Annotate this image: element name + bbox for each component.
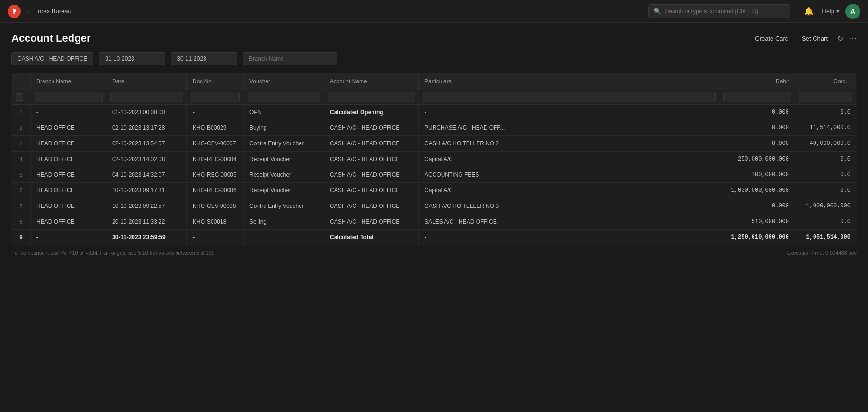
cell-date: 04-10-2023 14:32:07 — [106, 167, 187, 183]
cell-date: 10-10-2023 09:22:57 — [106, 198, 187, 214]
cell-date: 20-10-2023 11:33:22 — [106, 214, 187, 230]
col-header-voucher[interactable]: Voucher — [244, 73, 324, 90]
cell-debit: 0.000 — [719, 198, 795, 214]
cell-date: 01-10-2023 00:00:00 — [106, 105, 187, 120]
cell-doc: KHO-REC-00006 — [187, 183, 244, 198]
cell-date: 30-11-2023 23:59:59 — [106, 230, 187, 245]
row-number: 4 — [12, 152, 31, 167]
cell-branch: - — [31, 230, 106, 245]
cell-account: CASH A/C - HEAD OFFICE — [324, 167, 419, 183]
col-header-credit[interactable]: Cred... — [795, 73, 857, 90]
execution-time: Execution Time: 0.004488 sec — [787, 250, 857, 256]
cell-date: 02-10-2023 13:54:57 — [106, 136, 187, 152]
table-footer: For comparison, use >5, <10 or =324. For… — [0, 245, 868, 260]
set-chart-button[interactable]: Set Chart — [798, 33, 832, 44]
select-all-checkbox[interactable] — [16, 93, 23, 101]
col-header-date[interactable]: Date — [106, 73, 187, 90]
cell-voucher: Contra Entry Voucher — [244, 136, 324, 152]
cell-doc: KHO-S00018 — [187, 214, 244, 230]
app-logo[interactable] — [8, 5, 21, 18]
notifications-bell[interactable]: 🔔 — [802, 4, 816, 18]
filter-hint: For comparison, use >5, <10 or =324. For… — [11, 250, 215, 256]
cell-particulars: - — [419, 105, 719, 120]
col-header-branch[interactable]: Branch Name — [31, 73, 106, 90]
filter-branch-col[interactable] — [35, 92, 103, 102]
col-header-account[interactable]: Account Name — [324, 73, 419, 90]
table-row: 5HEAD OFFICE04-10-2023 14:32:07KHO-REC-0… — [12, 167, 857, 183]
help-label: Help — [822, 8, 834, 15]
create-card-button[interactable]: Create Card — [751, 33, 792, 44]
filter-doc-col[interactable] — [191, 92, 240, 102]
col-header-doc[interactable]: Doc No — [187, 73, 244, 90]
cell-account: Calculated Opening — [324, 105, 419, 120]
refresh-button[interactable]: ↻ — [837, 34, 843, 43]
cell-doc: - — [187, 105, 244, 120]
row-number: 8 — [12, 214, 31, 230]
cell-particulars: Capital A/C — [419, 152, 719, 167]
cell-account: CASH A/C - HEAD OFFICE — [324, 136, 419, 152]
filter-credit-col[interactable] — [799, 92, 853, 102]
cell-credit: 1,051,514,000 — [795, 230, 857, 245]
branch-filter-input[interactable] — [243, 52, 337, 65]
search-icon: 🔍 — [654, 8, 661, 15]
table-row: 9-30-11-2023 23:59:59-Calculated Total-1… — [12, 230, 857, 245]
table-row: 6HEAD OFFICE10-10-2023 09:17:31KHO-REC-0… — [12, 183, 857, 198]
table-row: 8HEAD OFFICE20-10-2023 11:33:22KHO-S0001… — [12, 214, 857, 230]
row-number: 9 — [12, 230, 31, 245]
filter-voucher-col[interactable] — [248, 92, 320, 102]
col-header-debit[interactable]: Debit — [719, 73, 795, 90]
filter-debit-col[interactable] — [723, 92, 791, 102]
svg-point-0 — [13, 12, 15, 14]
cell-debit: 1,000,000,000.000 — [719, 183, 795, 198]
cell-date: 02-10-2023 13:17:28 — [106, 120, 187, 136]
account-filter[interactable]: CASH A/C - HEAD OFFICE — [11, 52, 93, 65]
cell-credit: 11,514,000.0 — [795, 120, 857, 136]
date-from-input[interactable] — [99, 52, 165, 65]
help-chevron-icon: ▾ — [836, 8, 840, 15]
user-avatar[interactable]: A — [845, 4, 860, 19]
col-header-num — [12, 73, 31, 90]
filter-date-col[interactable] — [110, 92, 183, 102]
cell-debit: 0.000 — [719, 120, 795, 136]
cell-particulars: CASH A/C HO TELLER NO 2 — [419, 136, 719, 152]
cell-account: CASH A/C - HEAD OFFICE — [324, 198, 419, 214]
cell-voucher: Buying — [244, 120, 324, 136]
cell-branch: HEAD OFFICE — [31, 183, 106, 198]
nav-right-actions: 🔔 Help ▾ A — [802, 4, 860, 19]
cell-voucher: Contra Entry Voucher — [244, 198, 324, 214]
cell-debit: 250,000,000.000 — [719, 152, 795, 167]
table-row: 1-01-10-2023 00:00:00-OPNCalculated Open… — [12, 105, 857, 120]
col-header-particulars[interactable]: Particulars — [419, 73, 719, 90]
date-to-input[interactable] — [171, 52, 237, 65]
cell-voucher: OPN — [244, 105, 324, 120]
cell-date: 02-10-2023 14:02:08 — [106, 152, 187, 167]
cell-debit: 510,000.000 — [719, 214, 795, 230]
cell-branch: - — [31, 105, 106, 120]
table-row: 3HEAD OFFICE02-10-2023 13:54:57KHO-CEV-0… — [12, 136, 857, 152]
cell-account: CASH A/C - HEAD OFFICE — [324, 120, 419, 136]
filter-particulars-col[interactable] — [423, 92, 716, 102]
cell-branch: HEAD OFFICE — [31, 136, 106, 152]
cell-particulars: PURCHASE A/C - HEAD OFF... — [419, 120, 719, 136]
more-options-button[interactable]: ⋯ — [849, 34, 857, 43]
help-menu[interactable]: Help ▾ — [822, 8, 840, 15]
row-number: 1 — [12, 105, 31, 120]
page-title: Account Ledger — [11, 32, 90, 45]
top-nav: › Forex Bureau 🔍 Search or type a comman… — [0, 0, 868, 23]
cell-account: CASH A/C - HEAD OFFICE — [324, 183, 419, 198]
row-number: 2 — [12, 120, 31, 136]
table-header-row: Branch Name Date Doc No Voucher Account … — [12, 73, 857, 90]
cell-branch: HEAD OFFICE — [31, 152, 106, 167]
search-bar[interactable]: 🔍 Search or type a command (Ctrl + G) — [648, 4, 790, 18]
cell-voucher: Receipt Voucher — [244, 183, 324, 198]
filter-account-col[interactable] — [328, 92, 415, 102]
breadcrumb-separator: › — [27, 8, 28, 15]
cell-voucher: Receipt Voucher — [244, 152, 324, 167]
cell-credit: 0.0 — [795, 152, 857, 167]
cell-doc: KHO-B00029 — [187, 120, 244, 136]
row-number: 7 — [12, 198, 31, 214]
cell-voucher: Selling — [244, 214, 324, 230]
page-actions: Create Card Set Chart ↻ ⋯ — [751, 33, 857, 44]
page-header: Account Ledger Create Card Set Chart ↻ ⋯ — [0, 23, 868, 52]
cell-doc: KHO-REC-00005 — [187, 167, 244, 183]
